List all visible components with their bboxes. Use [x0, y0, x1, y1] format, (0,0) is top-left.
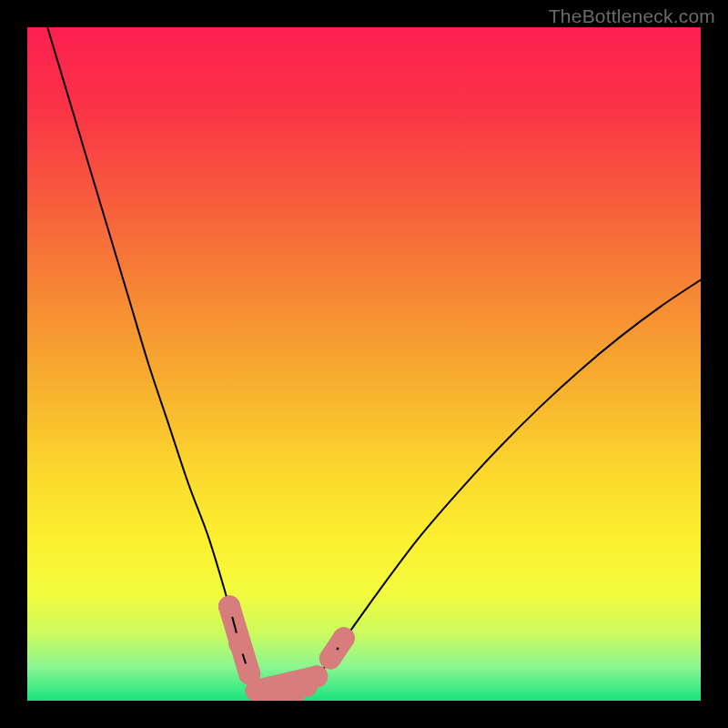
anchor-point: [306, 665, 328, 687]
plot-area: [27, 27, 701, 701]
anchor-point: [228, 632, 250, 654]
watermark-label: TheBottleneck.com: [549, 5, 715, 27]
curve-layer: [27, 27, 701, 701]
anchor-point: [218, 595, 240, 617]
chart-frame: TheBottleneck.com: [0, 0, 728, 728]
anchor-point: [333, 627, 355, 649]
anchor-point: [319, 647, 341, 669]
bottleneck-curve: [47, 27, 701, 701]
